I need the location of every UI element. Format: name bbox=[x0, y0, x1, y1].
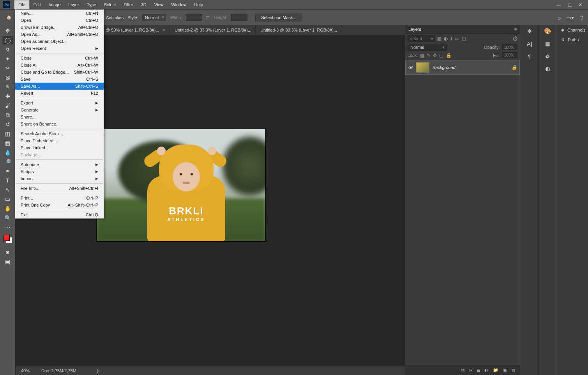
magic-wand-tool[interactable]: ✦ bbox=[2, 55, 13, 63]
frame-tool[interactable]: ⊠ bbox=[2, 73, 13, 82]
swap-icon[interactable]: ⇄ bbox=[206, 15, 210, 20]
blur-tool[interactable]: 💧 bbox=[2, 148, 13, 157]
close-button[interactable]: ✕ bbox=[578, 2, 583, 8]
zoom-tool[interactable]: 🔍 bbox=[2, 214, 13, 222]
file-menu-generate[interactable]: Generate▶ bbox=[15, 106, 104, 113]
lock-trans-icon[interactable]: ▦ bbox=[420, 53, 424, 58]
menu-select[interactable]: Select bbox=[100, 0, 120, 9]
paths-tab[interactable]: ↯Paths bbox=[557, 35, 588, 44]
healing-tool[interactable]: ✚ bbox=[2, 92, 13, 101]
file-menu-close-and-go-to-bridge[interactable]: Close and Go to Bridge...Shift+Ctrl+W bbox=[15, 69, 104, 76]
adjustment-icon[interactable]: ◐ bbox=[484, 368, 488, 373]
filter-toggle-icon[interactable]: ⏻ bbox=[513, 36, 517, 41]
menu-edit[interactable]: Edit bbox=[30, 0, 45, 9]
group-icon[interactable]: 📁 bbox=[493, 368, 498, 373]
menu-type[interactable]: Type bbox=[83, 0, 100, 9]
document-tab[interactable]: Untitled-2 @ 33,3% (Layer 1, RGB/8#)...× bbox=[170, 25, 256, 35]
document-tab[interactable]: Untitled-3 @ 33,3% (Layer 1, RGB/8#)...× bbox=[256, 25, 341, 35]
menu-file[interactable]: File bbox=[14, 0, 30, 9]
menu-help[interactable]: Help bbox=[191, 0, 207, 9]
fill-input[interactable]: 100% bbox=[502, 52, 517, 58]
share-icon[interactable]: ⇧ bbox=[579, 14, 584, 21]
menu-3d[interactable]: 3D bbox=[137, 0, 150, 9]
lock-pos-icon[interactable]: ✥ bbox=[433, 53, 437, 58]
status-chevron-icon[interactable]: ❯ bbox=[96, 368, 99, 373]
new-layer-icon[interactable]: ▣ bbox=[503, 368, 507, 373]
dodge-tool[interactable]: 🔎 bbox=[2, 157, 13, 166]
link-icon[interactable]: ⧉ bbox=[461, 368, 464, 373]
visibility-icon[interactable]: 👁 bbox=[408, 65, 413, 71]
clone-stamp-tool[interactable]: ⧉ bbox=[2, 111, 13, 119]
menu-image[interactable]: Image bbox=[45, 0, 65, 9]
color-swatch[interactable] bbox=[4, 235, 12, 243]
swatches-icon[interactable]: ▦ bbox=[541, 38, 554, 49]
file-menu-automate[interactable]: Automate▶ bbox=[15, 161, 104, 168]
channels-tab[interactable]: ◈Channels bbox=[557, 25, 588, 35]
lasso-tool[interactable]: ↯ bbox=[2, 45, 13, 54]
layer-row-background[interactable]: 👁 Background 🔒 bbox=[405, 60, 520, 75]
menu-view[interactable]: View bbox=[150, 0, 168, 9]
file-menu-share-on-behance[interactable]: Share on Behance... bbox=[15, 120, 104, 127]
path-tool[interactable]: ↖ bbox=[2, 186, 13, 194]
search-icon[interactable]: ⌕ bbox=[558, 14, 561, 21]
file-menu-save-as[interactable]: Save As...Shift+Ctrl+S bbox=[15, 83, 104, 90]
layers-panel-header[interactable]: Layers≡ bbox=[405, 25, 520, 34]
menu-filter[interactable]: Filter bbox=[120, 0, 137, 9]
paragraph-icon[interactable]: ¶ bbox=[523, 51, 536, 62]
eyedropper-tool[interactable]: ✎ bbox=[2, 83, 13, 91]
color-icon[interactable]: 🎨 bbox=[541, 26, 554, 37]
lock-artboard-icon[interactable]: ▢ bbox=[439, 53, 443, 58]
file-menu-export[interactable]: Export▶ bbox=[15, 99, 104, 106]
width-input[interactable] bbox=[186, 14, 202, 21]
file-menu-search-adobe-stock[interactable]: Search Adobe Stock... bbox=[15, 130, 104, 137]
file-menu-open-as[interactable]: Open As...Alt+Shift+Ctrl+O bbox=[15, 31, 104, 38]
eraser-tool[interactable]: ◫ bbox=[2, 129, 13, 138]
file-menu-open[interactable]: Open...Ctrl+O bbox=[15, 17, 104, 24]
file-menu-place-embedded[interactable]: Place Embedded... bbox=[15, 137, 104, 144]
filter-type-icon[interactable]: T bbox=[450, 36, 453, 41]
lock-all-icon[interactable]: 🔒 bbox=[446, 53, 452, 58]
file-menu-open-recent[interactable]: Open Recent▶ bbox=[15, 45, 104, 52]
file-menu-save[interactable]: SaveCtrl+S bbox=[15, 76, 104, 83]
trash-icon[interactable]: 🗑 bbox=[512, 368, 516, 373]
layer-kind-select[interactable]: Kind bbox=[408, 35, 435, 42]
lock-icon[interactable]: 🔒 bbox=[511, 65, 517, 70]
history-brush-tool[interactable]: ↺ bbox=[2, 120, 13, 129]
pen-tool[interactable]: ✒ bbox=[2, 167, 13, 175]
layer-thumbnail[interactable] bbox=[416, 62, 429, 73]
file-menu-file-info[interactable]: File Info...Alt+Shift+Ctrl+I bbox=[15, 185, 104, 192]
filter-pixel-icon[interactable]: ▧ bbox=[437, 36, 441, 41]
file-menu-share[interactable]: Share... bbox=[15, 113, 104, 120]
filter-smart-icon[interactable]: ◫ bbox=[462, 36, 466, 41]
character-icon[interactable]: A| bbox=[523, 38, 536, 49]
screen-mode-button[interactable]: ▣ bbox=[2, 257, 13, 266]
file-menu-import[interactable]: Import▶ bbox=[15, 175, 104, 182]
file-menu-revert[interactable]: RevertF12 bbox=[15, 90, 104, 97]
hand-tool[interactable]: ✋ bbox=[2, 204, 13, 213]
more-tools[interactable]: ⋯ bbox=[2, 223, 13, 232]
layer-name[interactable]: Background bbox=[433, 65, 456, 70]
blend-mode-select[interactable]: Normal bbox=[408, 44, 447, 51]
style-select[interactable]: Normal bbox=[142, 14, 166, 21]
panel-menu-icon[interactable]: ≡ bbox=[514, 27, 517, 32]
file-menu-close[interactable]: CloseCtrl+W bbox=[15, 55, 104, 62]
opacity-input[interactable]: 100% bbox=[502, 44, 517, 50]
type-tool[interactable]: T bbox=[2, 176, 13, 185]
quick-mask-button[interactable]: ◙ bbox=[2, 248, 13, 256]
maximize-button[interactable]: □ bbox=[568, 2, 571, 8]
move-tool[interactable]: ✥ bbox=[2, 27, 13, 35]
glyphs-icon[interactable]: ❖ bbox=[523, 26, 536, 37]
file-menu-print-one-copy[interactable]: Print One CopyAlt+Shift+Ctrl+P bbox=[15, 202, 104, 209]
menu-layer[interactable]: Layer bbox=[64, 0, 83, 9]
file-menu-place-linked[interactable]: Place Linked... bbox=[15, 144, 104, 151]
select-and-mask-button[interactable]: Select and Mask... bbox=[255, 14, 302, 21]
file-menu-scripts[interactable]: Scripts▶ bbox=[15, 168, 104, 175]
crop-tool[interactable]: ✂ bbox=[2, 64, 13, 73]
mask-icon[interactable]: ◙ bbox=[477, 368, 480, 373]
file-menu-open-as-smart-object[interactable]: Open as Smart Object... bbox=[15, 38, 104, 45]
gradient-tool[interactable]: ▦ bbox=[2, 139, 13, 147]
home-button[interactable]: 🏠 bbox=[4, 12, 14, 23]
workspace-icon[interactable]: ▭▾ bbox=[566, 14, 574, 21]
fx-icon[interactable]: fx bbox=[469, 368, 473, 373]
doc-size[interactable]: Doc: 2,75M/2,75M bbox=[41, 368, 76, 373]
